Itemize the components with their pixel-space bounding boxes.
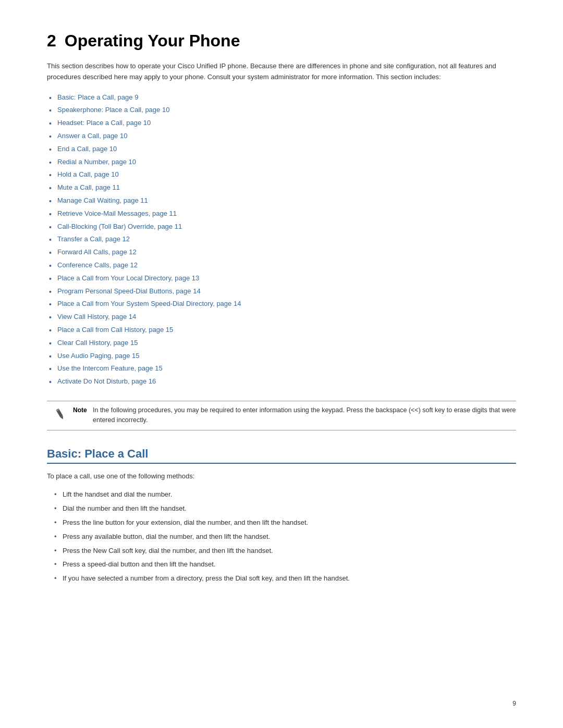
- toc-item: Place a Call from Call History, page 15: [47, 324, 516, 337]
- toc-item: Place a Call from Your System Speed-Dial…: [47, 298, 516, 311]
- toc-link[interactable]: Program Personal Speed-Dial Buttons, pag…: [57, 287, 201, 295]
- toc-link[interactable]: Redial a Number, page 10: [57, 158, 136, 166]
- toc-item: Retrieve Voice-Mail Messages, page 11: [47, 207, 516, 220]
- chapter-title: 2Operating Your Phone: [47, 31, 516, 51]
- toc-item: Forward All Calls, page 12: [47, 246, 516, 259]
- list-item: If you have selected a number from a dir…: [52, 572, 516, 586]
- note-section: Note In the following procedures, you ma…: [47, 401, 516, 430]
- page-number: 9: [512, 700, 516, 707]
- toc-link[interactable]: Clear Call History, page 15: [57, 339, 138, 347]
- toc-link[interactable]: Mute a Call, page 11: [57, 183, 120, 191]
- toc-item: View Call History, page 14: [47, 311, 516, 324]
- toc-item: Program Personal Speed-Dial Buttons, pag…: [47, 285, 516, 298]
- toc-item: Redial a Number, page 10: [47, 156, 516, 169]
- toc-item: Place a Call from Your Local Directory, …: [47, 272, 516, 285]
- toc-link[interactable]: Place a Call from Your System Speed-Dial…: [57, 300, 241, 307]
- toc-item: Conference Calls, page 12: [47, 259, 516, 272]
- toc-link[interactable]: Headset: Place a Call, page 10: [57, 119, 151, 127]
- toc-item: Answer a Call, page 10: [47, 130, 516, 143]
- toc-item: Clear Call History, page 15: [47, 337, 516, 350]
- toc-link[interactable]: Use the Intercom Feature, page 15: [57, 364, 163, 372]
- toc-item: Mute a Call, page 11: [47, 181, 516, 194]
- list-item: Lift the handset and dial the number.: [52, 488, 516, 502]
- toc-link[interactable]: Manage Call Waiting, page 11: [57, 196, 148, 204]
- toc-link[interactable]: View Call History, page 14: [57, 313, 136, 320]
- list-item: Press the New Call soft key, dial the nu…: [52, 544, 516, 558]
- toc-link[interactable]: Hold a Call, page 10: [57, 170, 119, 178]
- toc-item: Hold a Call, page 10: [47, 168, 516, 181]
- toc-item: Transfer a Call, page 12: [47, 233, 516, 246]
- note-label: Note: [73, 405, 93, 414]
- toc-link[interactable]: Basic: Place a Call, page 9: [57, 93, 138, 101]
- toc-link[interactable]: Call-Blocking (Toll Bar) Override, page …: [57, 223, 182, 230]
- list-item: Dial the number and then lift the handse…: [52, 502, 516, 516]
- toc-link[interactable]: Answer a Call, page 10: [57, 132, 127, 140]
- toc-link[interactable]: Conference Calls, page 12: [57, 261, 138, 269]
- toc-item: Activate Do Not Disturb, page 16: [47, 375, 516, 388]
- toc-link[interactable]: End a Call, page 10: [57, 145, 117, 153]
- note-icon: [53, 406, 67, 421]
- toc-item: Use the Intercom Feature, page 15: [47, 362, 516, 375]
- chapter-title-text: Operating Your Phone: [65, 31, 240, 50]
- chapter-number: 2: [47, 31, 56, 50]
- toc-item: Manage Call Waiting, page 11: [47, 194, 516, 207]
- toc-link[interactable]: Place a Call from Your Local Directory, …: [57, 274, 199, 282]
- basic-section-intro: To place a call, use one of the followin…: [47, 471, 516, 482]
- toc-item: Headset: Place a Call, page 10: [47, 117, 516, 130]
- toc-item: End a Call, page 10: [47, 143, 516, 156]
- list-item: Press any available button, dial the num…: [52, 530, 516, 544]
- toc-link[interactable]: Transfer a Call, page 12: [57, 235, 130, 243]
- note-icon-col: [47, 405, 73, 421]
- list-item: Press a speed-dial button and then lift …: [52, 558, 516, 572]
- note-text: In the following procedures, you may be …: [93, 405, 516, 426]
- toc-item: Call-Blocking (Toll Bar) Override, page …: [47, 220, 516, 233]
- toc-item: Speakerphone: Place a Call, page 10: [47, 104, 516, 117]
- toc-link[interactable]: Use Audio Paging, page 15: [57, 352, 140, 360]
- toc-link[interactable]: Place a Call from Call History, page 15: [57, 326, 173, 334]
- toc-link[interactable]: Speakerphone: Place a Call, page 10: [57, 106, 169, 114]
- toc-link[interactable]: Activate Do Not Disturb, page 16: [57, 377, 156, 385]
- intro-paragraph: This section describes how to operate yo…: [47, 61, 516, 83]
- toc-list: Basic: Place a Call, page 9Speakerphone:…: [47, 91, 516, 388]
- toc-link[interactable]: Forward All Calls, page 12: [57, 248, 137, 256]
- toc-item: Basic: Place a Call, page 9: [47, 91, 516, 104]
- basic-methods-list: Lift the handset and dial the number.Dia…: [52, 488, 516, 586]
- list-item: Press the line button for your extension…: [52, 516, 516, 530]
- toc-item: Use Audio Paging, page 15: [47, 350, 516, 363]
- basic-section-title: Basic: Place a Call: [47, 447, 516, 464]
- toc-link[interactable]: Retrieve Voice-Mail Messages, page 11: [57, 209, 177, 217]
